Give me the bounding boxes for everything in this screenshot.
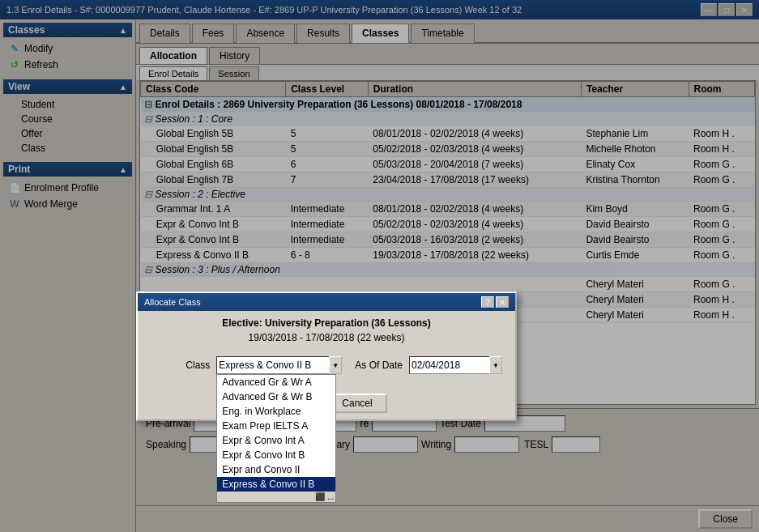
allocate-class-modal: Allocate Class ? ✕ Elective: University … — [136, 292, 517, 421]
dropdown-item-7[interactable]: Express & Convo II B — [217, 477, 335, 492]
modal-close-button[interactable]: ✕ — [496, 296, 509, 308]
modal-cancel-button[interactable]: Cancel — [327, 394, 386, 413]
modal-header: Elective: University Preparation (36 Les… — [138, 311, 515, 332]
dropdown-item-0[interactable]: Advanced Gr & Wr A — [217, 375, 335, 389]
modal-title-buttons: ? ✕ — [481, 296, 509, 308]
dropdown-item-3[interactable]: Exam Prep IELTS A — [217, 419, 335, 433]
modal-class-select[interactable]: Express & Convo II B — [216, 356, 330, 374]
class-dropdown-list: Advanced Gr & Wr A Advanced Gr & Wr B En… — [216, 374, 336, 503]
modal-subheader: 19/03/2018 - 17/08/2018 (22 weeks) — [138, 332, 515, 350]
modal-date-input[interactable] — [409, 356, 490, 374]
dropdown-item-2[interactable]: Eng. in Workplace — [217, 404, 335, 419]
modal-title-bar: Allocate Class ? ✕ — [138, 293, 515, 311]
class-dropdown-arrow[interactable]: ▼ — [329, 356, 342, 374]
dropdown-item-4[interactable]: Expr & Convo Int A — [217, 433, 335, 448]
modal-class-row: Class Express & Convo II B ▼ Advanced Gr… — [151, 356, 502, 374]
date-dropdown-arrow[interactable]: ▼ — [489, 356, 502, 374]
modal-help-button[interactable]: ? — [481, 296, 494, 308]
dropdown-scroll[interactable]: ⬛ ... — [217, 492, 335, 502]
dropdown-item-5[interactable]: Expr & Convo Int B — [217, 448, 335, 462]
modal-date-wrapper: ▼ — [409, 356, 502, 374]
dropdown-item-1[interactable]: Advanced Gr & Wr B — [217, 389, 335, 404]
modal-class-select-wrapper: Express & Convo II B ▼ Advanced Gr & Wr … — [216, 356, 342, 374]
modal-class-label: Class — [151, 360, 210, 371]
dropdown-item-6[interactable]: Expr and Convo II — [217, 462, 335, 477]
modal-body: Class Express & Convo II B ▼ Advanced Gr… — [138, 350, 515, 387]
modal-title-text: Allocate Class — [144, 297, 201, 307]
modal-as-of-date-label: As Of Date — [355, 360, 403, 371]
modal-overlay: Allocate Class ? ✕ Elective: University … — [0, 0, 759, 532]
